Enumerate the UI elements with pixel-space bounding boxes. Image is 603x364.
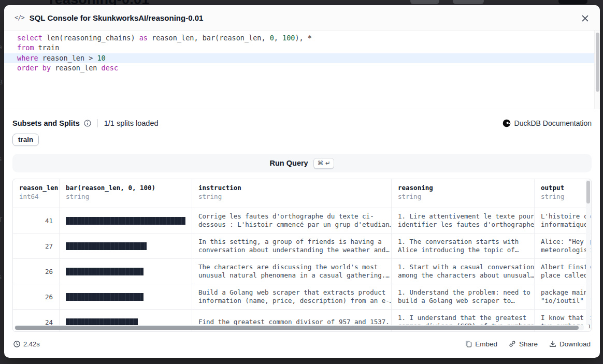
code-token: reason_len > — [38, 54, 97, 62]
cell-instruction: The characters are discussing the world'… — [192, 259, 392, 284]
code-token: by — [42, 64, 51, 72]
column-name: reasoning — [398, 184, 528, 192]
table-horizontal-scrollbar[interactable] — [15, 325, 584, 330]
cell-reasoning-text: 1. Lire attentivement le texte pour iden… — [398, 212, 535, 229]
duckdb-documentation-link[interactable]: DuckDB Documentation — [503, 119, 592, 127]
code-token: len(reasoning_chains) — [42, 34, 139, 42]
cell-output-text: L'histoire co informatique — [541, 212, 592, 229]
embed-label: Embed — [475, 340, 497, 348]
code-token: 10 — [97, 54, 105, 62]
cell-instruction: Corrige les fautes d'orthographe du text… — [192, 208, 392, 233]
cell-instruction-text: The characters are discussing the world'… — [198, 263, 390, 280]
bar-chart-cell — [66, 217, 185, 225]
background-text-fragment: e — [0, 43, 2, 51]
split-chip-train[interactable]: train — [12, 134, 39, 146]
cell-bar — [60, 259, 192, 284]
code-token: reason_len — [51, 64, 102, 72]
background-pill — [453, 0, 484, 4]
divider — [97, 119, 98, 127]
editor-scrollbar[interactable] — [594, 31, 600, 109]
cell-output: Alice: "Hey g meteorologist — [535, 234, 592, 258]
column-header-output[interactable]: outputstring — [535, 179, 592, 208]
splits-loaded-text: 1/1 splits loaded — [104, 119, 159, 127]
column-type: string — [541, 193, 592, 200]
code-token: from — [17, 43, 34, 52]
column-name: bar(reason_len, 0, 100) — [66, 184, 185, 192]
close-button[interactable] — [579, 12, 591, 24]
table-body: 41Corrige les fautes d'orthographe du te… — [13, 208, 591, 332]
column-type: int64 — [19, 193, 53, 200]
duckdb-documentation-label: DuckDB Documentation — [514, 119, 592, 127]
table-row[interactable]: 26Build a Golang web scraper that extrac… — [13, 284, 591, 310]
background-pill — [410, 0, 439, 4]
column-header-bar-reason-len-0-100-[interactable]: bar(reason_len, 0, 100)string — [60, 179, 192, 208]
column-type: string — [66, 193, 185, 200]
background-text-fragment: s — [0, 273, 2, 281]
cell-reasoning: 1. The conversation starts with Alice in… — [392, 234, 535, 258]
run-query-button[interactable]: Run Query ⌘ ↵ — [12, 154, 592, 172]
code-token: where — [17, 54, 38, 62]
cell-bar — [60, 208, 192, 233]
cell-bar — [60, 234, 192, 258]
code-token: as — [139, 34, 148, 42]
cell-output-text: Albert Einste place called — [541, 263, 592, 280]
cell-output-text: package main "io/ioutil" " — [541, 288, 592, 305]
table-row[interactable]: 26The characters are discussing the worl… — [13, 259, 591, 284]
share-button[interactable]: Share — [509, 340, 538, 348]
cell-reasoning: 1. Understand the problem: need to build… — [392, 284, 535, 309]
cell-bar — [60, 284, 192, 309]
duckdb-icon — [503, 119, 511, 127]
cell-instruction: In this setting, a group of friends is h… — [192, 234, 392, 258]
code-line[interactable]: select len(reasoning_chains) as reason_l… — [4, 33, 594, 43]
column-header-reason-len[interactable]: reason_lenint64 — [13, 179, 60, 208]
info-icon[interactable] — [84, 120, 91, 127]
code-line[interactable]: where reason_len > 10 — [4, 53, 594, 63]
cell-instruction: Build a Golang web scraper that extracts… — [192, 284, 392, 309]
editor-scrollbar-thumb[interactable] — [596, 33, 599, 92]
subsets-and-splits-label: Subsets and Splits — [12, 119, 80, 127]
code-token: reason_len, bar(reason_len, — [148, 34, 270, 42]
table-row[interactable]: 27In this setting, a group of friends is… — [13, 234, 591, 259]
download-label: Download — [559, 340, 591, 348]
cell-reason-len: 26 — [13, 259, 60, 284]
share-label: Share — [519, 340, 538, 348]
bar-chart-cell — [66, 268, 143, 275]
query-duration-value: 2.42s — [23, 340, 40, 348]
clock-icon — [13, 341, 20, 347]
table-row[interactable]: 41Corrige les fautes d'orthographe du te… — [13, 208, 591, 234]
column-name: output — [541, 184, 592, 192]
modal-header: </> SQL Console for SkunkworksAI/reasoni… — [4, 5, 600, 30]
code-token: order — [17, 64, 38, 72]
code-line[interactable]: order by reason_len desc — [4, 63, 594, 73]
cell-instruction-text: Build a Golang web scraper that extracts… — [198, 288, 392, 305]
cell-reasoning-text: 1. Understand the problem: need to build… — [398, 288, 530, 305]
cell-reasoning-text: 1. The conversation starts with Alice in… — [398, 238, 519, 255]
code-token — [38, 64, 42, 72]
table-vertical-scrollbar[interactable] — [586, 180, 591, 325]
bar-chart-cell — [66, 293, 143, 301]
cell-output: package main "io/ioutil" " — [535, 284, 592, 309]
embed-button[interactable]: Embed — [465, 340, 497, 348]
column-type: string — [398, 193, 528, 200]
cell-output: L'histoire co informatique — [535, 208, 592, 233]
bar-chart-cell — [66, 242, 147, 250]
console-body: Subsets and Splits 1/1 splits loaded Duc… — [4, 109, 600, 356]
column-header-reasoning[interactable]: reasoningstring — [392, 179, 535, 208]
cell-output: Albert Einste place called — [535, 259, 592, 284]
sql-editor[interactable]: select len(reasoning_chains) as reason_l… — [4, 30, 600, 109]
column-header-instruction[interactable]: instructionstring — [192, 179, 392, 208]
table-horizontal-scrollbar-thumb[interactable] — [15, 326, 579, 330]
embed-icon — [465, 340, 472, 347]
download-button[interactable]: Download — [549, 340, 591, 348]
download-icon — [549, 340, 556, 347]
close-icon — [581, 14, 589, 22]
column-name: instruction — [198, 184, 385, 192]
column-name: reason_len — [19, 184, 53, 192]
background-text-fragment: s — [0, 155, 2, 163]
query-duration: 2.42s — [13, 340, 40, 348]
table-vertical-scrollbar-thumb[interactable] — [586, 181, 590, 203]
sql-console-modal: </> SQL Console for SkunkworksAI/reasoni… — [4, 5, 600, 358]
cell-reasoning-text: 1. Start with a casual conversation amon… — [398, 263, 534, 280]
cell-reason-len: 27 — [13, 234, 60, 258]
code-line[interactable]: from train — [4, 43, 594, 53]
